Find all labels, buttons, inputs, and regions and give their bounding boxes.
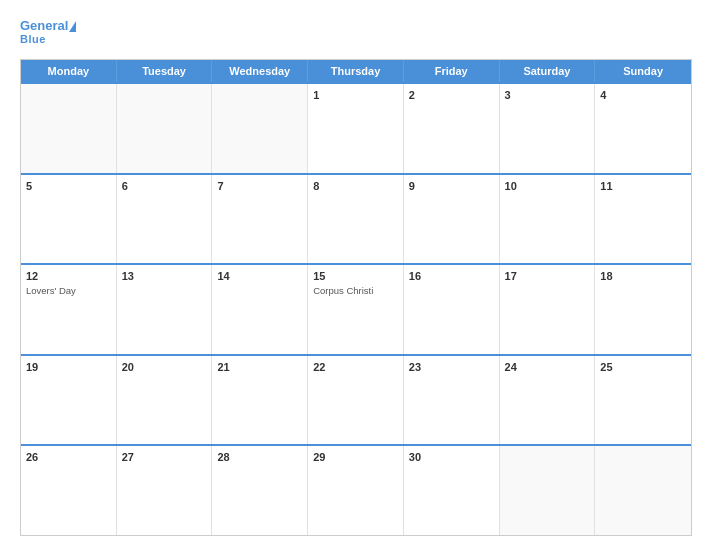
day-number: 29 <box>313 451 398 463</box>
day-number: 17 <box>505 270 590 282</box>
week-row-2: 567891011 <box>21 173 691 264</box>
day-cell-26: 26 <box>21 446 117 535</box>
day-cell-6: 6 <box>117 175 213 264</box>
day-cell-17: 17 <box>500 265 596 354</box>
day-cell-24: 24 <box>500 356 596 445</box>
week-row-3: 12Lovers' Day131415Corpus Christi161718 <box>21 263 691 354</box>
day-number: 9 <box>409 180 494 192</box>
day-number: 4 <box>600 89 686 101</box>
day-number: 13 <box>122 270 207 282</box>
day-cell-15: 15Corpus Christi <box>308 265 404 354</box>
day-number: 2 <box>409 89 494 101</box>
header: General Blue <box>20 18 692 45</box>
day-number: 25 <box>600 361 686 373</box>
week-row-5: 2627282930 <box>21 444 691 535</box>
week-row-1: 1234 <box>21 82 691 173</box>
day-cell-2: 2 <box>404 84 500 173</box>
day-cell-23: 23 <box>404 356 500 445</box>
day-cell-empty-6 <box>595 446 691 535</box>
day-event: Corpus Christi <box>313 285 398 297</box>
weekday-header-saturday: Saturday <box>500 60 596 82</box>
week-row-4: 19202122232425 <box>21 354 691 445</box>
day-number: 1 <box>313 89 398 101</box>
calendar-grid: MondayTuesdayWednesdayThursdayFridaySatu… <box>20 59 692 536</box>
day-number: 22 <box>313 361 398 373</box>
day-cell-7: 7 <box>212 175 308 264</box>
day-number: 6 <box>122 180 207 192</box>
day-number: 12 <box>26 270 111 282</box>
day-cell-16: 16 <box>404 265 500 354</box>
logo-general: General <box>20 18 76 33</box>
day-cell-28: 28 <box>212 446 308 535</box>
day-cell-14: 14 <box>212 265 308 354</box>
weekday-header-wednesday: Wednesday <box>212 60 308 82</box>
day-cell-empty-5 <box>500 446 596 535</box>
day-number: 27 <box>122 451 207 463</box>
day-cell-21: 21 <box>212 356 308 445</box>
day-cell-empty-2 <box>212 84 308 173</box>
day-number: 11 <box>600 180 686 192</box>
day-number: 18 <box>600 270 686 282</box>
day-cell-12: 12Lovers' Day <box>21 265 117 354</box>
calendar-page: General Blue MondayTuesdayWednesdayThurs… <box>0 0 712 550</box>
day-cell-5: 5 <box>21 175 117 264</box>
day-number: 19 <box>26 361 111 373</box>
day-number: 5 <box>26 180 111 192</box>
day-cell-11: 11 <box>595 175 691 264</box>
day-number: 23 <box>409 361 494 373</box>
day-cell-1: 1 <box>308 84 404 173</box>
day-cell-20: 20 <box>117 356 213 445</box>
day-number: 28 <box>217 451 302 463</box>
day-cell-empty-0 <box>21 84 117 173</box>
day-number: 26 <box>26 451 111 463</box>
day-cell-4: 4 <box>595 84 691 173</box>
weekday-header-friday: Friday <box>404 60 500 82</box>
day-cell-empty-1 <box>117 84 213 173</box>
day-number: 16 <box>409 270 494 282</box>
day-number: 30 <box>409 451 494 463</box>
day-cell-30: 30 <box>404 446 500 535</box>
day-cell-9: 9 <box>404 175 500 264</box>
weekdays-row: MondayTuesdayWednesdayThursdayFridaySatu… <box>21 60 691 82</box>
day-cell-18: 18 <box>595 265 691 354</box>
logo-blue-text: Blue <box>20 33 46 45</box>
weekday-header-thursday: Thursday <box>308 60 404 82</box>
day-cell-19: 19 <box>21 356 117 445</box>
weekday-header-sunday: Sunday <box>595 60 691 82</box>
logo: General Blue <box>20 18 76 45</box>
day-cell-3: 3 <box>500 84 596 173</box>
day-cell-22: 22 <box>308 356 404 445</box>
day-number: 8 <box>313 180 398 192</box>
day-number: 3 <box>505 89 590 101</box>
day-cell-8: 8 <box>308 175 404 264</box>
weekday-header-monday: Monday <box>21 60 117 82</box>
day-number: 7 <box>217 180 302 192</box>
day-number: 24 <box>505 361 590 373</box>
day-cell-10: 10 <box>500 175 596 264</box>
day-number: 21 <box>217 361 302 373</box>
day-event: Lovers' Day <box>26 285 111 297</box>
day-number: 10 <box>505 180 590 192</box>
day-cell-29: 29 <box>308 446 404 535</box>
day-number: 14 <box>217 270 302 282</box>
logo-triangle-icon <box>69 21 76 32</box>
day-number: 20 <box>122 361 207 373</box>
weekday-header-tuesday: Tuesday <box>117 60 213 82</box>
day-cell-25: 25 <box>595 356 691 445</box>
day-number: 15 <box>313 270 398 282</box>
logo-general-text: General <box>20 18 68 33</box>
weeks-container: 123456789101112Lovers' Day131415Corpus C… <box>21 82 691 535</box>
day-cell-13: 13 <box>117 265 213 354</box>
day-cell-27: 27 <box>117 446 213 535</box>
